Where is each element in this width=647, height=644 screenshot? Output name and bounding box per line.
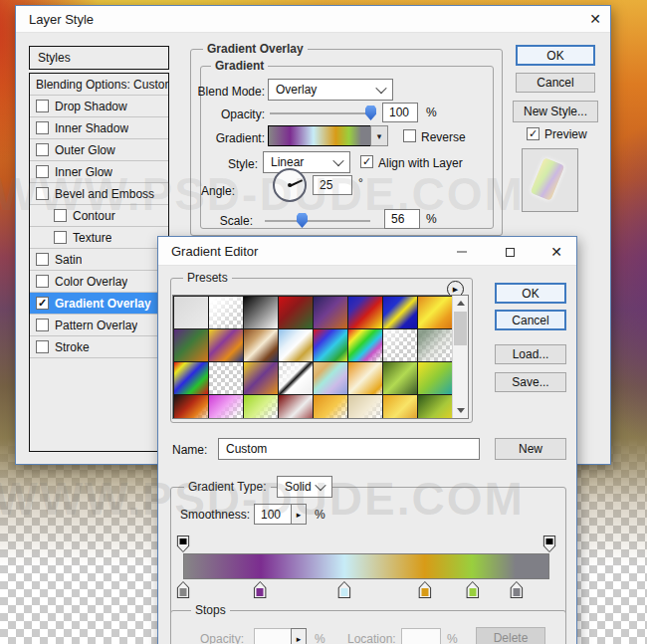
gradient-bar[interactable] [183,553,549,579]
gradient-preset-26[interactable] [209,395,243,419]
close-icon[interactable]: ✕ [586,10,604,28]
gradient-preset-13[interactable] [314,329,347,361]
gradient-preset-29[interactable] [314,395,347,419]
blend-mode-select[interactable]: Overlay [268,79,393,101]
gradient-preset-23[interactable] [383,362,417,394]
angle-dial[interactable] [273,168,307,202]
style-checkbox[interactable] [36,121,49,134]
style-item-color-overlay[interactable]: Color Overlay [30,271,168,293]
align-with-layer-checkbox[interactable]: ✓ [360,155,373,168]
load-button[interactable]: Load... [495,344,566,364]
gradient-preset-17[interactable] [174,362,208,394]
style-checkbox[interactable] [54,231,67,244]
color-stop-21[interactable] [254,581,267,598]
gradient-preset-18[interactable] [209,362,243,394]
color-stop-44[interactable] [337,581,350,598]
style-checkbox[interactable] [36,340,49,353]
gradient-preset-24[interactable] [418,362,452,394]
color-stop-79[interactable] [466,581,479,598]
style-item-texture[interactable]: Texture [30,227,168,249]
gradient-preset-20[interactable] [279,362,313,394]
style-checkbox[interactable] [36,187,49,200]
style-checkbox[interactable] [36,319,49,331]
gradient-dropdown-button[interactable]: ▾ [370,125,388,146]
gradient-preset-12[interactable] [279,329,313,361]
style-item-satin[interactable]: Satin [30,249,168,271]
gradient-preset-7[interactable] [383,297,417,328]
style-checkbox[interactable] [54,209,67,222]
gradient-preset-10[interactable] [209,329,243,361]
gradient-editor-titlebar[interactable]: Gradient Editor ✕ [158,237,576,266]
scroll-down-icon[interactable] [453,403,468,418]
style-checkbox[interactable] [36,143,49,156]
style-checkbox[interactable] [36,165,49,178]
gradient-preset-1[interactable] [174,297,208,328]
gradient-preset-19[interactable] [244,362,278,394]
gradient-preset-5[interactable] [314,297,347,328]
scroll-up-icon[interactable] [453,296,468,311]
scale-value[interactable]: 56 [384,209,420,229]
color-stop-0[interactable] [177,581,190,598]
ok-button[interactable]: OK [516,45,595,66]
gradient-preview-swatch[interactable] [268,125,371,146]
gradient-preset-15[interactable] [383,329,417,361]
gradient-type-select[interactable]: Solid [277,476,332,498]
color-stop-91[interactable] [510,581,523,598]
gradient-preset-9[interactable] [174,329,208,361]
gradient-preset-6[interactable] [348,297,382,328]
color-stop-66[interactable] [418,581,431,598]
style-item-gradient-overlay[interactable]: ✓Gradient Overlay [30,293,168,315]
maximize-icon[interactable] [501,243,519,261]
style-item-drop-shadow[interactable]: Drop Shadow [30,96,168,117]
opacity-stop-0[interactable] [177,536,190,552]
angle-value[interactable]: 25 [313,175,352,195]
style-checkbox[interactable] [36,100,49,112]
new-style-button[interactable]: New Style... [513,101,598,122]
gradient-preset-11[interactable] [244,329,278,361]
opacity-value[interactable]: 100 [382,103,418,122]
gradient-preset-2[interactable] [209,297,243,328]
name-input[interactable] [218,438,480,460]
style-checkbox[interactable] [36,253,49,266]
gradient-preset-14[interactable] [348,329,382,361]
gradient-preset-22[interactable] [348,362,382,394]
delete-button[interactable]: Delete [476,627,545,644]
save-button[interactable]: Save... [495,372,566,392]
gradient-preset-3[interactable] [244,297,278,328]
gradient-preset-27[interactable] [244,395,278,419]
ok-button[interactable]: OK [495,283,566,304]
cancel-button[interactable]: Cancel [495,310,566,330]
gradient-preset-25[interactable] [174,395,208,419]
opacity-slider-track[interactable] [270,112,375,114]
cancel-button[interactable]: Cancel [516,73,595,93]
gradient-preset-8[interactable] [418,297,452,328]
style-item-contour[interactable]: Contour [30,205,168,227]
new-button[interactable]: New [495,438,566,460]
style-item-stroke[interactable]: Stroke [30,336,168,358]
scale-slider-track[interactable] [265,220,370,222]
layer-style-titlebar[interactable]: Layer Style ✕ [16,6,610,33]
gradient-preset-16[interactable] [418,329,452,361]
smoothness-value[interactable]: 100 [254,504,292,525]
style-select[interactable]: Linear [263,151,350,173]
gradient-preset-32[interactable] [418,395,452,419]
gradient-preset-30[interactable] [348,395,382,419]
style-item-blending-options-custom[interactable]: Blending Options: Custom [30,74,168,96]
gradient-preset-4[interactable] [279,297,313,328]
preview-checkbox[interactable]: ✓ [527,127,539,140]
reverse-checkbox[interactable] [403,129,416,142]
gradient-preset-28[interactable] [279,395,313,419]
styles-header[interactable]: Styles [29,46,169,70]
style-item-outer-glow[interactable]: Outer Glow [30,139,168,161]
scrollbar-thumb[interactable] [454,312,467,345]
style-item-inner-shadow[interactable]: Inner Shadow [30,117,168,139]
presets-scrollbar[interactable] [452,296,468,418]
gradient-preset-31[interactable] [383,395,417,419]
style-item-pattern-overlay[interactable]: Pattern Overlay [30,315,168,336]
opacity-stop-100[interactable] [543,536,556,552]
style-item-inner-glow[interactable]: Inner Glow [30,161,168,183]
style-checkbox[interactable] [36,275,49,288]
gradient-preset-21[interactable] [314,362,347,394]
stop-opacity-spinner[interactable]: ▸ [291,628,307,644]
close-icon[interactable]: ✕ [547,243,565,261]
